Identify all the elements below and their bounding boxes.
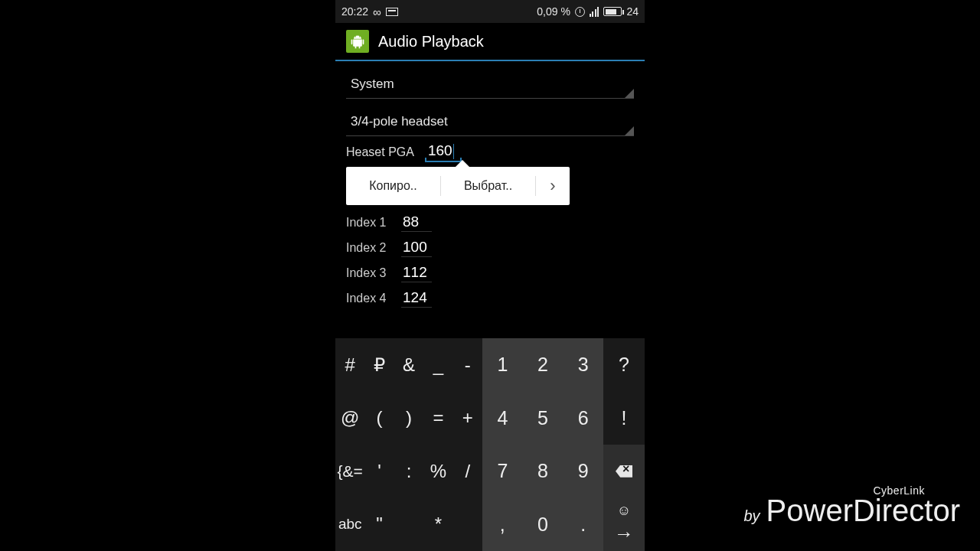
key-comma[interactable]: , <box>482 498 523 552</box>
key-7[interactable]: 7 <box>482 445 523 498</box>
key-colon[interactable]: : <box>394 445 423 498</box>
battery-icon <box>603 7 622 16</box>
headset-pga-row: Heaset PGA 160 <box>335 136 645 162</box>
key-blank[interactable] <box>394 498 423 552</box>
key-abc-mode[interactable]: abc <box>335 498 364 552</box>
key-9[interactable]: 9 <box>563 445 603 498</box>
key-rparen[interactable]: ) <box>394 392 423 445</box>
key-backspace[interactable] <box>603 445 645 498</box>
headset-pga-input[interactable]: 160 <box>425 141 462 162</box>
index-input[interactable]: 88 <box>401 213 432 232</box>
status-time: 20:22 <box>341 5 368 18</box>
phone-frame: 20:22 ∞ 0,09 % 24 Audio Playback System … <box>335 0 645 551</box>
key-amp[interactable]: & <box>394 338 423 392</box>
key-lparen[interactable]: ( <box>364 392 394 445</box>
keyboard-indicator-icon <box>386 8 398 16</box>
key-hash[interactable]: # <box>335 338 364 392</box>
index-input[interactable]: 100 <box>401 238 432 257</box>
key-plus[interactable]: + <box>453 392 482 445</box>
profile-spinner[interactable]: System <box>346 69 634 99</box>
app-title: Audio Playback <box>378 33 484 51</box>
app-header: Audio Playback <box>335 23 645 61</box>
key-quote[interactable]: " <box>364 498 394 552</box>
key-exclaim[interactable]: ! <box>603 392 645 445</box>
key-minus[interactable]: - <box>453 338 482 392</box>
signal-icon <box>590 7 599 17</box>
key-question[interactable]: ? <box>603 338 645 392</box>
key-equals[interactable]: = <box>423 392 452 445</box>
alarm-icon <box>575 7 585 17</box>
emoji-icon: ☺ <box>617 503 631 519</box>
text-context-menu: Копиро.. Выбрат.. › <box>346 167 570 205</box>
index-row: Index 4124 <box>335 285 645 311</box>
android-app-icon <box>346 30 369 53</box>
key-at[interactable]: @ <box>335 392 364 445</box>
device-spinner[interactable]: 3/4-pole headset <box>346 106 634 136</box>
key-asterisk[interactable]: * <box>423 498 452 552</box>
index-row: Index 3112 <box>335 260 645 285</box>
key-blank[interactable] <box>453 498 482 552</box>
key-5[interactable]: 5 <box>523 392 564 445</box>
key-1[interactable]: 1 <box>482 338 523 392</box>
key-8[interactable]: 8 <box>523 445 564 498</box>
key-3[interactable]: 3 <box>563 338 603 392</box>
key-0[interactable]: 0 <box>523 498 564 552</box>
index-row: Index 2100 <box>335 235 645 260</box>
soft-keyboard: # ₽ & _ - @ ( ) = + {&= ' : % / abc <box>335 338 645 551</box>
status-bar: 20:22 ∞ 0,09 % 24 <box>335 0 645 23</box>
key-apostrophe[interactable]: ' <box>364 445 394 498</box>
data-speed: 0,09 % <box>537 5 570 18</box>
context-select-button[interactable]: Выбрат.. <box>441 179 535 193</box>
watermark-by: by <box>743 507 760 525</box>
context-more-button[interactable]: › <box>536 176 570 196</box>
key-enter-emoji[interactable]: ☺ → <box>603 498 645 552</box>
watermark: CyberLink by PowerDirector <box>743 484 960 528</box>
index-label: Index 4 <box>346 292 389 305</box>
index-input[interactable]: 112 <box>401 263 432 282</box>
index-label: Index 2 <box>346 241 389 255</box>
infinity-icon: ∞ <box>373 5 381 18</box>
index-label: Index 3 <box>346 266 389 280</box>
headset-pga-label: Heaset PGA <box>346 145 414 162</box>
backspace-icon <box>616 465 632 478</box>
watermark-product: PowerDirector <box>766 494 960 528</box>
index-label: Index 1 <box>346 216 389 230</box>
key-slash[interactable]: / <box>453 445 482 498</box>
key-6[interactable]: 6 <box>563 392 603 445</box>
key-2[interactable]: 2 <box>523 338 564 392</box>
context-copy-button[interactable]: Копиро.. <box>346 179 440 193</box>
key-period[interactable]: . <box>563 498 603 552</box>
index-row: Index 188 <box>335 210 645 235</box>
index-list: Index 188 Index 2100 Index 3112 Index 41… <box>335 210 645 311</box>
battery-percent: 24 <box>626 5 639 18</box>
key-underscore[interactable]: _ <box>423 338 452 392</box>
index-input[interactable]: 124 <box>401 289 432 308</box>
enter-arrow-icon: → <box>614 522 634 546</box>
key-4[interactable]: 4 <box>482 392 523 445</box>
key-percent[interactable]: % <box>423 445 452 498</box>
key-ruble[interactable]: ₽ <box>364 338 394 392</box>
key-symbols-page[interactable]: {&= <box>335 445 364 498</box>
